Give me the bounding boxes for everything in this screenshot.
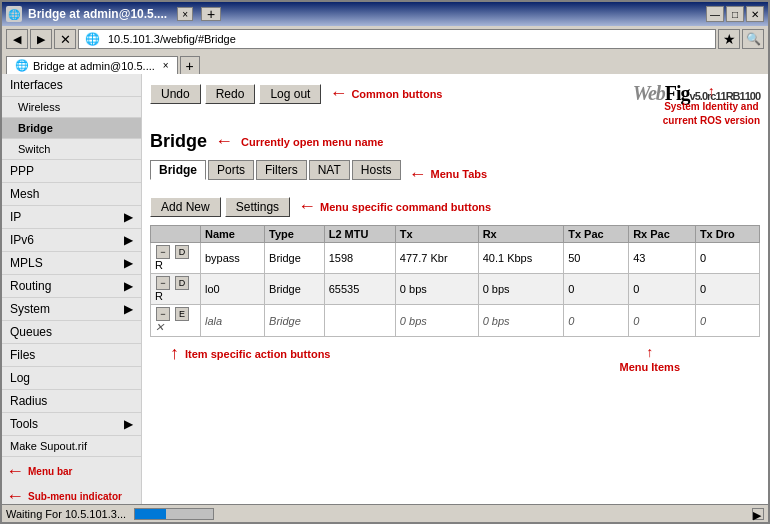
sidebar-item-ipv6[interactable]: IPv6 ▶: [2, 229, 141, 252]
tabs-annotation: Menu Tabs: [431, 168, 488, 180]
sidebar-label-ipv6: IPv6: [10, 233, 34, 247]
tab-icon: 🌐: [15, 59, 29, 72]
col-txpac: Tx Pac: [564, 226, 629, 243]
sidebar-label-queues: Queues: [10, 325, 52, 339]
browser-tab[interactable]: 🌐 Bridge at admin@10.5.... ×: [6, 56, 178, 74]
reload-btn[interactable]: ✕: [54, 29, 76, 49]
scroll-right-btn[interactable]: ▶: [752, 508, 764, 520]
tab-bar: 🌐 Bridge at admin@10.5.... × +: [2, 52, 768, 74]
maximize-btn[interactable]: □: [726, 6, 744, 22]
l2mtu-1: 1598: [324, 243, 395, 274]
sidebar-item-radius[interactable]: Radius: [2, 390, 141, 413]
col-txdro: Tx Dro: [695, 226, 759, 243]
d-btn-2[interactable]: D: [175, 276, 189, 290]
logout-button[interactable]: Log out: [259, 84, 321, 104]
progress-bar: [134, 508, 214, 520]
data-table: Name Type L2 MTU Tx Rx Tx Pac Rx Pac Tx …: [150, 225, 760, 337]
tab-nat[interactable]: NAT: [309, 160, 350, 180]
items-annotation: Menu Items: [619, 361, 680, 373]
submenu-arrow-icon: ←: [6, 486, 24, 504]
sidebar: Interfaces Wireless Bridge Switch PPP Me…: [2, 74, 142, 504]
col-actions: [151, 226, 201, 243]
new-browser-tab-btn[interactable]: +: [180, 56, 200, 74]
col-rx: Rx: [478, 226, 564, 243]
minimize-btn[interactable]: —: [706, 6, 724, 22]
common-buttons-annotation: Common buttons: [351, 88, 442, 100]
sidebar-item-routing[interactable]: Routing ▶: [2, 275, 141, 298]
minus-btn-1[interactable]: −: [156, 245, 170, 259]
sidebar-label-interfaces: Interfaces: [10, 78, 63, 92]
tab-bridge[interactable]: Bridge: [150, 160, 206, 180]
sidebar-item-tools[interactable]: Tools ▶: [2, 413, 141, 436]
status-text: Waiting For 10.5.101.3...: [6, 508, 126, 520]
sidebar-label-mpls: MPLS: [10, 256, 43, 270]
txpac-1: 50: [564, 243, 629, 274]
sidebar-item-queues[interactable]: Queues: [2, 321, 141, 344]
title-annotation: Currently open menu name: [241, 136, 383, 148]
status-bar: Waiting For 10.5.101.3... ▶: [2, 504, 768, 522]
sidebar-label-bridge: Bridge: [18, 122, 53, 134]
rx-1: 40.1 Kbps: [478, 243, 564, 274]
action-arrow-icon: ←: [298, 196, 316, 217]
back-btn[interactable]: ◀: [6, 29, 28, 49]
tab-close-btn[interactable]: ×: [177, 7, 193, 21]
sidebar-item-supout[interactable]: Make Supout.rif: [2, 436, 141, 457]
col-type: Type: [265, 226, 325, 243]
title-arrow-icon: ←: [215, 131, 233, 152]
sidebar-label-tools: Tools: [10, 417, 38, 431]
minus-btn-3[interactable]: −: [156, 307, 170, 321]
txdro-2: 0: [695, 274, 759, 305]
flag-1: R: [155, 259, 163, 271]
search-btn[interactable]: 🔍: [742, 29, 764, 49]
sidebar-item-log[interactable]: Log: [2, 367, 141, 390]
new-tab-btn[interactable]: +: [201, 7, 221, 21]
content-area: Undo Redo Log out ← Common buttons WebFi…: [142, 74, 768, 504]
window: 🌐 Bridge at admin@10.5.... × + — □ ✕ ◀ ▶…: [0, 0, 770, 524]
tools-arrow-icon: ▶: [124, 417, 133, 431]
sidebar-item-switch[interactable]: Switch: [2, 139, 141, 160]
menu-tabs: Bridge Ports Filters NAT Hosts: [150, 160, 401, 180]
rxpac-1: 43: [629, 243, 696, 274]
rxpac-2: 0: [629, 274, 696, 305]
sidebar-item-interfaces[interactable]: Interfaces: [2, 74, 141, 97]
sidebar-item-mpls[interactable]: MPLS ▶: [2, 252, 141, 275]
undo-button[interactable]: Undo: [150, 84, 201, 104]
settings-button[interactable]: Settings: [225, 197, 290, 217]
type-3: Bridge: [265, 305, 325, 337]
lock-icon: 🌐: [85, 32, 100, 46]
action-annotation: Menu specific command buttons: [320, 201, 491, 213]
table-row: − E ✕ lala Bridge 0 bps 0 bps 0 0 0: [151, 305, 760, 337]
sidebar-label-ip: IP: [10, 210, 21, 224]
address-bar[interactable]: [104, 30, 709, 48]
forward-btn[interactable]: ▶: [30, 29, 52, 49]
menubar-annotation: Menu bar: [28, 466, 72, 477]
row-actions: − D R: [151, 243, 201, 274]
close-btn[interactable]: ✕: [746, 6, 764, 22]
sidebar-item-mesh[interactable]: Mesh: [2, 183, 141, 206]
tab-close[interactable]: ×: [163, 60, 169, 71]
sidebar-item-system[interactable]: System ▶: [2, 298, 141, 321]
tab-filters[interactable]: Filters: [256, 160, 307, 180]
l2mtu-2: 65535: [324, 274, 395, 305]
tab-hosts[interactable]: Hosts: [352, 160, 401, 180]
sidebar-item-wireless[interactable]: Wireless: [2, 97, 141, 118]
tab-label: Bridge at admin@10.5....: [33, 60, 155, 72]
common-buttons-arrow: ←: [329, 83, 347, 104]
l2mtu-3: [324, 305, 395, 337]
name-1: bypass: [201, 243, 265, 274]
add-new-button[interactable]: Add New: [150, 197, 221, 217]
star-btn[interactable]: ★: [718, 29, 740, 49]
sidebar-item-bridge[interactable]: Bridge: [2, 118, 141, 139]
name-3: lala: [201, 305, 265, 337]
d-btn-1[interactable]: D: [175, 245, 189, 259]
e-btn-3[interactable]: E: [175, 307, 189, 321]
submenu-annotation: Sub-menu indicator: [28, 491, 122, 502]
sidebar-item-files[interactable]: Files: [2, 344, 141, 367]
sidebar-item-ip[interactable]: IP ▶: [2, 206, 141, 229]
item-action-arrow: ↑: [170, 343, 179, 364]
tab-ports[interactable]: Ports: [208, 160, 254, 180]
redo-button[interactable]: Redo: [205, 84, 256, 104]
minus-btn-2[interactable]: −: [156, 276, 170, 290]
ipv6-arrow-icon: ▶: [124, 233, 133, 247]
sidebar-item-ppp[interactable]: PPP: [2, 160, 141, 183]
